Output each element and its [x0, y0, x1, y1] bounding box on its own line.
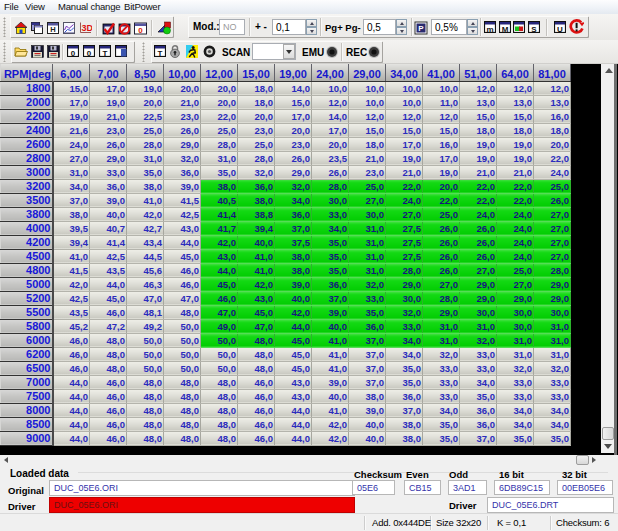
svg-text:0: 0: [71, 49, 76, 58]
svg-text:M: M: [502, 25, 509, 34]
svg-text:3D: 3D: [82, 23, 93, 33]
svg-text:P: P: [418, 24, 424, 33]
svg-text:H: H: [50, 25, 55, 34]
svg-text:S: S: [531, 25, 537, 34]
svg-text:m: m: [486, 25, 493, 34]
svg-text:0: 0: [87, 49, 92, 58]
svg-text:0: 0: [138, 26, 143, 35]
svg-text:T: T: [158, 49, 163, 58]
svg-text:T: T: [103, 49, 108, 58]
svg-text:U: U: [557, 25, 563, 34]
